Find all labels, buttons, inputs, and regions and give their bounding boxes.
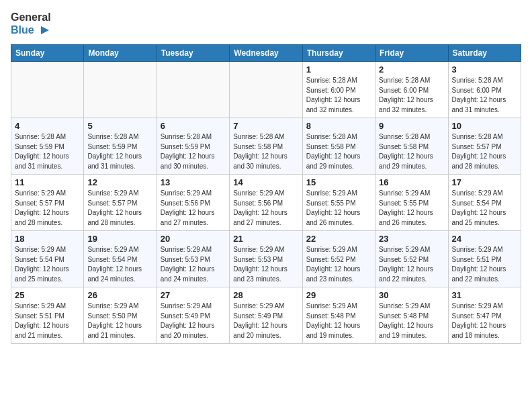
calendar-cell: 7Sunrise: 5:28 AM Sunset: 5:58 PM Daylig… bbox=[230, 118, 302, 175]
calendar-cell bbox=[157, 62, 229, 118]
day-number: 9 bbox=[379, 121, 444, 131]
day-info: Sunrise: 5:29 AM Sunset: 5:53 PM Dayligh… bbox=[161, 245, 226, 284]
calendar-week-5: 25Sunrise: 5:29 AM Sunset: 5:51 PM Dayli… bbox=[11, 287, 521, 344]
day-info: Sunrise: 5:29 AM Sunset: 5:48 PM Dayligh… bbox=[306, 302, 371, 340]
calendar-header-row: SundayMondayTuesdayWednesdayThursdayFrid… bbox=[11, 45, 521, 62]
calendar-cell: 4Sunrise: 5:28 AM Sunset: 5:59 PM Daylig… bbox=[11, 118, 84, 175]
day-number: 23 bbox=[379, 234, 444, 244]
day-number: 2 bbox=[379, 64, 444, 75]
day-info: Sunrise: 5:28 AM Sunset: 6:00 PM Dayligh… bbox=[452, 76, 517, 115]
day-number: 10 bbox=[452, 121, 517, 131]
calendar-cell: 3Sunrise: 5:28 AM Sunset: 6:00 PM Daylig… bbox=[448, 62, 521, 118]
day-info: Sunrise: 5:28 AM Sunset: 5:58 PM Dayligh… bbox=[379, 132, 444, 171]
day-number: 6 bbox=[161, 121, 226, 131]
day-info: Sunrise: 5:29 AM Sunset: 5:47 PM Dayligh… bbox=[452, 302, 517, 340]
calendar-cell: 12Sunrise: 5:29 AM Sunset: 5:57 PM Dayli… bbox=[84, 175, 157, 231]
day-info: Sunrise: 5:29 AM Sunset: 5:53 PM Dayligh… bbox=[233, 245, 298, 284]
day-info: Sunrise: 5:29 AM Sunset: 5:50 PM Dayligh… bbox=[87, 302, 152, 340]
day-number: 12 bbox=[87, 177, 152, 187]
day-info: Sunrise: 5:28 AM Sunset: 5:59 PM Dayligh… bbox=[161, 132, 226, 171]
calendar-cell: 10Sunrise: 5:28 AM Sunset: 5:57 PM Dayli… bbox=[448, 118, 521, 175]
day-number: 22 bbox=[306, 234, 371, 244]
day-number: 21 bbox=[233, 234, 298, 244]
day-number: 15 bbox=[306, 177, 371, 187]
calendar-cell: 27Sunrise: 5:29 AM Sunset: 5:49 PM Dayli… bbox=[157, 287, 229, 344]
calendar-cell: 13Sunrise: 5:29 AM Sunset: 5:56 PM Dayli… bbox=[157, 175, 229, 231]
page-header: General Blue bbox=[11, 11, 521, 36]
day-number: 31 bbox=[452, 290, 517, 300]
calendar-cell: 6Sunrise: 5:28 AM Sunset: 5:59 PM Daylig… bbox=[157, 118, 229, 175]
calendar-week-2: 4Sunrise: 5:28 AM Sunset: 5:59 PM Daylig… bbox=[11, 118, 521, 175]
day-number: 3 bbox=[452, 64, 517, 75]
calendar-cell: 29Sunrise: 5:29 AM Sunset: 5:48 PM Dayli… bbox=[302, 287, 375, 344]
calendar-cell: 28Sunrise: 5:29 AM Sunset: 5:49 PM Dayli… bbox=[230, 287, 302, 344]
calendar-cell: 22Sunrise: 5:29 AM Sunset: 5:52 PM Dayli… bbox=[302, 231, 375, 287]
day-info: Sunrise: 5:28 AM Sunset: 5:59 PM Dayligh… bbox=[87, 132, 152, 171]
day-header-sunday: Sunday bbox=[11, 45, 84, 62]
day-info: Sunrise: 5:29 AM Sunset: 5:57 PM Dayligh… bbox=[87, 189, 152, 228]
calendar-cell: 5Sunrise: 5:28 AM Sunset: 5:59 PM Daylig… bbox=[84, 118, 157, 175]
day-info: Sunrise: 5:29 AM Sunset: 5:56 PM Dayligh… bbox=[161, 189, 226, 228]
day-number: 20 bbox=[161, 234, 226, 244]
day-info: Sunrise: 5:29 AM Sunset: 5:55 PM Dayligh… bbox=[379, 189, 444, 228]
calendar-cell: 25Sunrise: 5:29 AM Sunset: 5:51 PM Dayli… bbox=[11, 287, 84, 344]
day-info: Sunrise: 5:28 AM Sunset: 5:58 PM Dayligh… bbox=[233, 132, 298, 171]
day-info: Sunrise: 5:28 AM Sunset: 5:59 PM Dayligh… bbox=[15, 132, 80, 171]
calendar-cell: 26Sunrise: 5:29 AM Sunset: 5:50 PM Dayli… bbox=[84, 287, 157, 344]
day-number: 25 bbox=[15, 290, 80, 300]
calendar-cell: 16Sunrise: 5:29 AM Sunset: 5:55 PM Dayli… bbox=[375, 175, 448, 231]
calendar-cell: 31Sunrise: 5:29 AM Sunset: 5:47 PM Dayli… bbox=[448, 287, 521, 344]
day-number: 27 bbox=[161, 290, 226, 300]
calendar-cell: 18Sunrise: 5:29 AM Sunset: 5:54 PM Dayli… bbox=[11, 231, 84, 287]
calendar-cell: 30Sunrise: 5:29 AM Sunset: 5:48 PM Dayli… bbox=[375, 287, 448, 344]
day-info: Sunrise: 5:28 AM Sunset: 5:58 PM Dayligh… bbox=[306, 132, 371, 171]
day-info: Sunrise: 5:28 AM Sunset: 5:57 PM Dayligh… bbox=[452, 132, 517, 171]
logo-text: General Blue bbox=[11, 11, 51, 36]
calendar-cell: 2Sunrise: 5:28 AM Sunset: 6:00 PM Daylig… bbox=[375, 62, 448, 118]
day-number: 18 bbox=[15, 234, 80, 244]
day-info: Sunrise: 5:29 AM Sunset: 5:54 PM Dayligh… bbox=[452, 189, 517, 228]
day-number: 5 bbox=[87, 121, 152, 131]
calendar-cell: 1Sunrise: 5:28 AM Sunset: 6:00 PM Daylig… bbox=[302, 62, 375, 118]
calendar-cell: 11Sunrise: 5:29 AM Sunset: 5:57 PM Dayli… bbox=[11, 175, 84, 231]
day-number: 16 bbox=[379, 177, 444, 187]
day-header-tuesday: Tuesday bbox=[157, 45, 229, 62]
calendar-cell: 19Sunrise: 5:29 AM Sunset: 5:54 PM Dayli… bbox=[84, 231, 157, 287]
day-info: Sunrise: 5:29 AM Sunset: 5:52 PM Dayligh… bbox=[306, 245, 371, 284]
calendar-cell: 23Sunrise: 5:29 AM Sunset: 5:52 PM Dayli… bbox=[375, 231, 448, 287]
day-number: 7 bbox=[233, 121, 298, 131]
day-header-thursday: Thursday bbox=[302, 45, 375, 62]
day-header-friday: Friday bbox=[375, 45, 448, 62]
day-number: 4 bbox=[15, 121, 80, 131]
calendar-table: SundayMondayTuesdayWednesdayThursdayFrid… bbox=[11, 44, 521, 344]
day-number: 13 bbox=[161, 177, 226, 187]
day-number: 17 bbox=[452, 177, 517, 187]
svg-marker-0 bbox=[41, 26, 49, 34]
day-header-wednesday: Wednesday bbox=[230, 45, 302, 62]
day-number: 28 bbox=[233, 290, 298, 300]
logo: General Blue bbox=[11, 11, 51, 36]
calendar-cell bbox=[11, 62, 84, 118]
day-info: Sunrise: 5:29 AM Sunset: 5:56 PM Dayligh… bbox=[233, 189, 298, 228]
day-info: Sunrise: 5:29 AM Sunset: 5:54 PM Dayligh… bbox=[15, 245, 80, 284]
day-info: Sunrise: 5:29 AM Sunset: 5:57 PM Dayligh… bbox=[15, 189, 80, 228]
calendar-body: 1Sunrise: 5:28 AM Sunset: 6:00 PM Daylig… bbox=[11, 62, 521, 344]
calendar-cell: 8Sunrise: 5:28 AM Sunset: 5:58 PM Daylig… bbox=[302, 118, 375, 175]
day-number: 14 bbox=[233, 177, 298, 187]
day-number: 30 bbox=[379, 290, 444, 300]
calendar-cell: 15Sunrise: 5:29 AM Sunset: 5:55 PM Dayli… bbox=[302, 175, 375, 231]
day-info: Sunrise: 5:29 AM Sunset: 5:49 PM Dayligh… bbox=[161, 302, 226, 340]
day-info: Sunrise: 5:28 AM Sunset: 6:00 PM Dayligh… bbox=[379, 76, 444, 115]
calendar-cell bbox=[230, 62, 302, 118]
day-number: 24 bbox=[452, 234, 517, 244]
calendar-cell: 20Sunrise: 5:29 AM Sunset: 5:53 PM Dayli… bbox=[157, 231, 229, 287]
day-info: Sunrise: 5:29 AM Sunset: 5:49 PM Dayligh… bbox=[233, 302, 298, 340]
calendar-cell: 9Sunrise: 5:28 AM Sunset: 5:58 PM Daylig… bbox=[375, 118, 448, 175]
day-info: Sunrise: 5:29 AM Sunset: 5:55 PM Dayligh… bbox=[306, 189, 371, 228]
logo-arrow-icon bbox=[36, 25, 50, 36]
calendar-cell: 21Sunrise: 5:29 AM Sunset: 5:53 PM Dayli… bbox=[230, 231, 302, 287]
day-number: 29 bbox=[306, 290, 371, 300]
day-info: Sunrise: 5:29 AM Sunset: 5:51 PM Dayligh… bbox=[452, 245, 517, 284]
calendar-cell bbox=[84, 62, 157, 118]
day-info: Sunrise: 5:29 AM Sunset: 5:52 PM Dayligh… bbox=[379, 245, 444, 284]
